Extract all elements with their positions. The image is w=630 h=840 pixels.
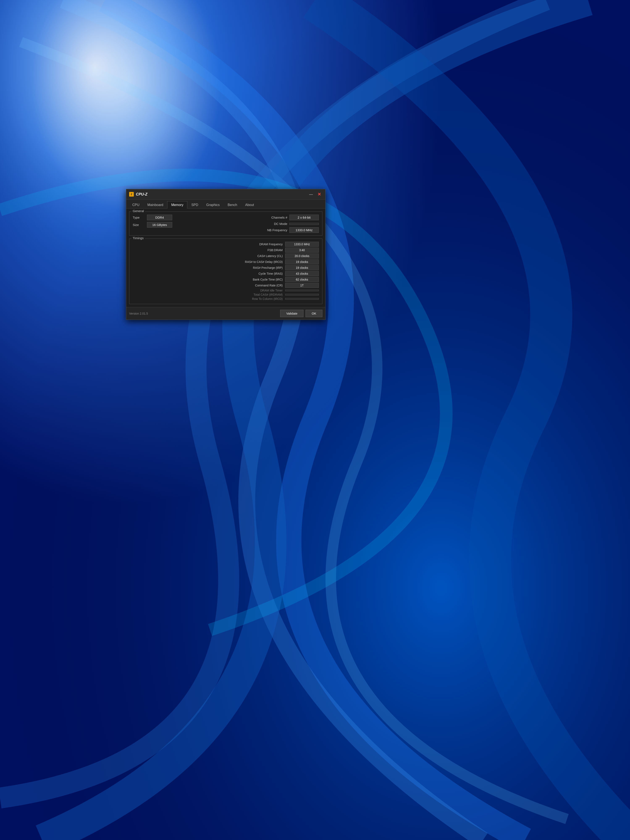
timing-name-3: RAS# to CAS# Delay (tRCD) [133, 260, 285, 264]
timing-row-2: CAS# Latency (CL) 20.0 clocks [133, 253, 319, 259]
cpu-z-window: Z CPU-Z — ✕ CPU Mainboard Memory SPD Gra… [126, 189, 325, 320]
title-bar-left: Z CPU-Z [129, 192, 147, 197]
timing-val-8 [285, 290, 319, 291]
timing-row-7: Command Rate (CR) 1T [133, 283, 319, 288]
timing-row-8: DRAM Idle Timer [133, 289, 319, 292]
window-controls: — ✕ [308, 191, 322, 197]
dc-mode-row: DC Mode [227, 222, 319, 226]
timing-val-7: 1T [285, 283, 319, 288]
wallpaper [0, 0, 630, 840]
tab-bar: CPU Mainboard Memory SPD Graphics Bench … [126, 199, 325, 208]
nb-freq-value: 1333.0 MHz [289, 227, 319, 233]
nb-freq-row: NB Frequency 1333.0 MHz [227, 227, 319, 233]
timing-val-1: 3:40 [285, 248, 319, 253]
timing-name-0: DRAM Frequency [133, 243, 285, 246]
general-left-col: Type DDR4 Size 16 GBytes [133, 215, 225, 233]
type-row: Type DDR4 [133, 215, 225, 220]
timing-val-0: 1333.0 MHz [285, 242, 319, 247]
ok-button[interactable]: OK [306, 310, 322, 317]
minimize-button[interactable]: — [308, 192, 314, 197]
size-value: 16 GBytes [147, 222, 172, 227]
timing-row-5: Cycle Time (tRAS) 43 clocks [133, 271, 319, 276]
tab-about[interactable]: About [241, 201, 258, 208]
footer-buttons: Validate OK [280, 310, 322, 317]
timing-val-6: 62 clocks [285, 277, 319, 282]
swirl-decoration [0, 0, 630, 840]
timing-name-9: Total CAS# (tRDRAM) [133, 293, 285, 296]
timing-name-6: Bank Cycle Time (tRC) [133, 278, 285, 281]
timing-row-10: Row To Column (tRCD) [133, 297, 319, 300]
channels-value: 2 x 64-bit [289, 215, 319, 220]
timing-val-5: 43 clocks [285, 271, 319, 276]
general-grid: Type DDR4 Size 16 GBytes Channels # 2 x … [133, 215, 319, 233]
nb-freq-label: NB Frequency [227, 228, 287, 232]
channels-row: Channels # 2 x 64-bit [227, 215, 319, 220]
close-button[interactable]: ✕ [316, 191, 322, 197]
timing-val-10 [285, 298, 319, 300]
timing-name-4: RAS# Precharge (tRP) [133, 266, 285, 269]
tab-cpu[interactable]: CPU [128, 201, 144, 208]
title-bar: Z CPU-Z — ✕ [126, 189, 325, 199]
timing-name-5: Cycle Time (tRAS) [133, 272, 285, 275]
timing-val-3: 19 clocks [285, 259, 319, 264]
timing-name-8: DRAM Idle Timer [133, 289, 285, 292]
footer: Version 2.01.5 Validate OK [126, 307, 325, 320]
general-right-col: Channels # 2 x 64-bit DC Mode NB Frequen… [227, 215, 319, 233]
timing-row-9: Total CAS# (tRDRAM) [133, 293, 319, 296]
type-value: DDR4 [147, 215, 172, 220]
timings-section: Timings DRAM Frequency 1333.0 MHz FSB:DR… [129, 238, 322, 304]
general-section: General Type DDR4 Size 16 GBytes Channel… [129, 212, 322, 235]
dc-mode-value [289, 223, 319, 225]
timing-row-4: RAS# Precharge (tRP) 19 clocks [133, 265, 319, 270]
size-label: Size [133, 223, 145, 227]
size-row: Size 16 GBytes [133, 222, 225, 227]
timing-name-2: CAS# Latency (CL) [133, 254, 285, 258]
app-icon-text: Z [131, 193, 132, 196]
timing-row-1: FSB:DRAM 3:40 [133, 248, 319, 253]
version-text: Version 2.01.5 [129, 312, 148, 315]
window-title: CPU-Z [136, 192, 147, 197]
tab-spd[interactable]: SPD [187, 201, 202, 208]
svg-rect-3 [0, 0, 630, 840]
timing-val-2: 20.0 clocks [285, 253, 319, 259]
tab-graphics[interactable]: Graphics [202, 201, 224, 208]
dc-mode-label: DC Mode [227, 222, 287, 226]
app-icon: Z [129, 192, 134, 197]
timing-val-9 [285, 294, 319, 295]
general-section-label: General [131, 209, 145, 213]
type-label: Type [133, 216, 145, 219]
validate-button[interactable]: Validate [280, 310, 303, 317]
timing-name-7: Command Rate (CR) [133, 284, 285, 287]
timing-name-10: Row To Column (tRCD) [133, 297, 285, 300]
timing-row-3: RAS# to CAS# Delay (tRCD) 19 clocks [133, 259, 319, 264]
timing-name-1: FSB:DRAM [133, 248, 285, 252]
tab-memory[interactable]: Memory [167, 201, 187, 208]
timings-section-label: Timings [131, 236, 145, 240]
content-area: General Type DDR4 Size 16 GBytes Channel… [126, 208, 325, 307]
channels-label: Channels # [227, 216, 287, 219]
timing-val-4: 19 clocks [285, 265, 319, 270]
tab-mainboard[interactable]: Mainboard [144, 201, 167, 208]
timing-row-6: Bank Cycle Time (tRC) 62 clocks [133, 277, 319, 282]
tab-bench[interactable]: Bench [224, 201, 241, 208]
timing-row-0: DRAM Frequency 1333.0 MHz [133, 242, 319, 247]
